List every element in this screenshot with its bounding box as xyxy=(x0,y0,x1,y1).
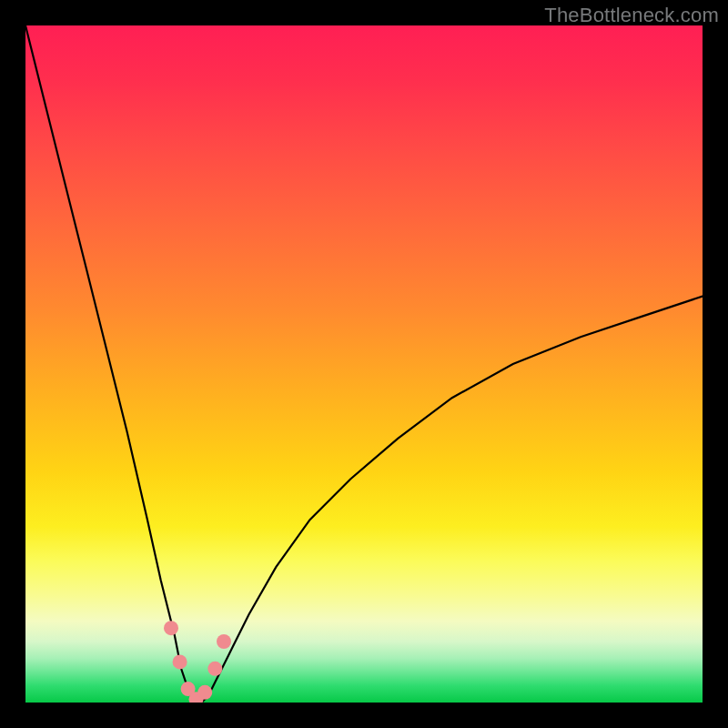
near-optimal-marker xyxy=(173,654,187,669)
near-optimal-marker xyxy=(207,662,222,676)
plot-area xyxy=(25,25,703,703)
attribution-text: TheBottleneck.com xyxy=(544,4,719,27)
bottleneck-curve xyxy=(25,25,703,703)
near-optimal-marker xyxy=(197,685,212,700)
chart-frame: TheBottleneck.com xyxy=(0,0,728,728)
near-optimal-marker xyxy=(164,621,178,635)
near-optimal-marker xyxy=(217,634,231,649)
